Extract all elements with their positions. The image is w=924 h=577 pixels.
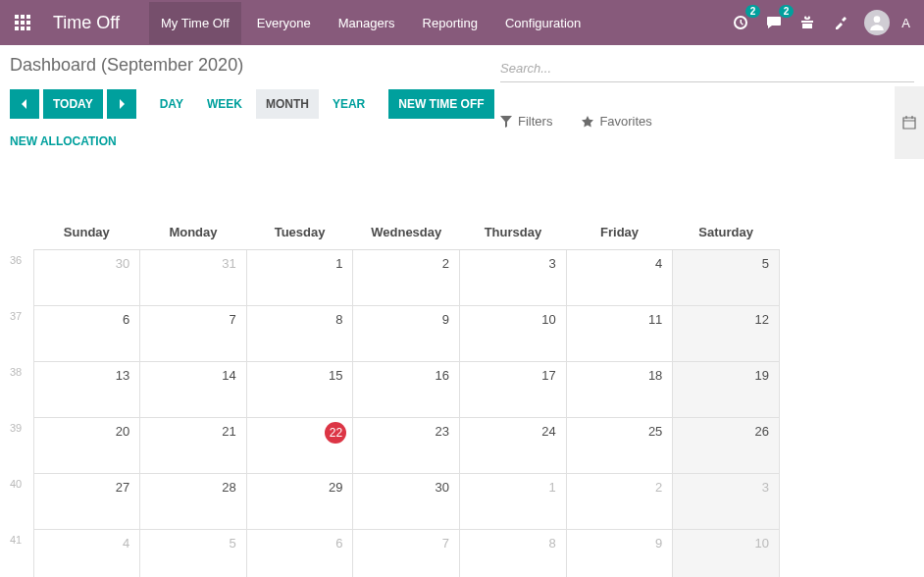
calendar-cell[interactable]: 8: [246, 306, 353, 362]
day-header: Wednesday: [353, 215, 460, 250]
calendar-cell[interactable]: 5: [673, 250, 780, 306]
nav-configuration[interactable]: Configuration: [493, 2, 592, 44]
user-avatar[interactable]: [864, 10, 890, 35]
calendar-cell[interactable]: 20: [33, 418, 140, 474]
calendar-cell[interactable]: 12: [673, 306, 780, 362]
filters-button[interactable]: Filters: [500, 114, 552, 129]
calendar-cell[interactable]: 30: [353, 474, 460, 530]
calendar-cell[interactable]: 17: [460, 362, 567, 418]
page-title: Dashboard (September 2020): [10, 55, 500, 76]
view-year[interactable]: YEAR: [323, 89, 375, 119]
next-button[interactable]: [107, 89, 136, 119]
calendar-cell[interactable]: 2: [566, 474, 673, 530]
search-input[interactable]: [500, 55, 914, 81]
calendar-cell[interactable]: 2222: [246, 418, 353, 474]
nav-everyone[interactable]: Everyone: [245, 2, 323, 44]
view-switcher[interactable]: [895, 86, 924, 159]
svg-rect-4: [21, 21, 25, 25]
day-number: 8: [335, 312, 342, 327]
calendar-cell[interactable]: 30: [33, 250, 140, 306]
day-number: 26: [755, 424, 769, 439]
new-allocation-button[interactable]: NEW ALLOCATION: [10, 127, 117, 156]
calendar-cell[interactable]: 2: [353, 250, 460, 306]
calendar-cell[interactable]: 6: [246, 530, 353, 578]
apps-menu-button[interactable]: [0, 0, 45, 45]
today-button[interactable]: TODAY: [43, 89, 103, 119]
day-number: 18: [648, 368, 662, 383]
day-number: 30: [116, 256, 129, 271]
nav-reporting[interactable]: Reporting: [411, 2, 489, 44]
calendar-cell[interactable]: 10: [673, 530, 780, 578]
calendar-cell[interactable]: 21: [140, 418, 247, 474]
day-number: 12: [755, 312, 769, 327]
day-number: 1: [335, 256, 342, 271]
svg-rect-5: [26, 21, 30, 25]
calendar-cell[interactable]: 7: [353, 530, 460, 578]
calendar-cell[interactable]: 13: [33, 362, 140, 418]
calendar-cell[interactable]: 24: [460, 418, 567, 474]
calendar-cell[interactable]: 31: [140, 250, 247, 306]
view-month[interactable]: MONTH: [256, 89, 319, 119]
favorites-button[interactable]: Favorites: [582, 114, 651, 129]
day-number: 13: [116, 368, 129, 383]
calendar-cell[interactable]: 8: [460, 530, 567, 578]
svg-rect-6: [15, 26, 19, 30]
day-number: 27: [116, 480, 129, 495]
activity-button[interactable]: 2: [731, 13, 750, 32]
calendar-cell[interactable]: 9: [566, 530, 673, 578]
control-bar: Dashboard (September 2020) TODAY DAY WEE…: [0, 45, 924, 156]
calendar-cell[interactable]: 25: [566, 418, 673, 474]
funnel-icon: [500, 116, 512, 128]
calendar-cell[interactable]: 14: [140, 362, 247, 418]
day-header: Saturday: [673, 215, 780, 250]
day-number: 28: [222, 480, 235, 495]
star-icon: [582, 116, 593, 128]
calendar-cell[interactable]: 4: [33, 530, 140, 578]
messages-badge: 2: [779, 5, 795, 18]
user-initial[interactable]: A: [901, 16, 910, 30]
svg-rect-1: [21, 15, 25, 19]
view-day[interactable]: DAY: [150, 89, 193, 119]
calendar-grid: SundayMondayTuesdayWednesdayThursdayFrid…: [10, 215, 780, 577]
calendar-cell[interactable]: 1: [460, 474, 567, 530]
calendar-cell[interactable]: 11: [566, 306, 673, 362]
calendar-cell[interactable]: 18: [566, 362, 673, 418]
day-number: 17: [541, 368, 555, 383]
calendar-cell[interactable]: 6: [33, 306, 140, 362]
calendar-cell[interactable]: 4: [566, 250, 673, 306]
calendar-cell[interactable]: 16: [353, 362, 460, 418]
calendar-cell[interactable]: 9: [353, 306, 460, 362]
calendar-cell[interactable]: 1: [246, 250, 353, 306]
calendar-cell[interactable]: 3: [673, 474, 780, 530]
calendar-cell[interactable]: 26: [673, 418, 780, 474]
nav-my-time-off[interactable]: My Time Off: [149, 2, 241, 44]
calendar-cell[interactable]: 27: [33, 474, 140, 530]
calendar-cell[interactable]: 3: [460, 250, 567, 306]
nav-right: 2 2 A: [731, 10, 916, 35]
day-number: 30: [436, 480, 449, 495]
apps-grid-icon: [15, 15, 30, 30]
day-number: 15: [329, 368, 342, 383]
calendar-cell[interactable]: 28: [140, 474, 247, 530]
prev-button[interactable]: [10, 89, 39, 119]
week-number: 40: [10, 474, 33, 530]
day-number: 19: [755, 368, 769, 383]
gift-button[interactable]: [797, 13, 817, 32]
calendar-cell[interactable]: 10: [460, 306, 567, 362]
tools-button[interactable]: [831, 13, 850, 32]
nav-managers[interactable]: Managers: [327, 2, 407, 44]
day-number: 3: [762, 480, 769, 495]
messages-button[interactable]: 2: [764, 13, 784, 32]
calendar-cell[interactable]: 7: [140, 306, 247, 362]
day-number: 11: [648, 312, 662, 327]
calendar-cell[interactable]: 23: [353, 418, 460, 474]
calendar-cell[interactable]: 15: [246, 362, 353, 418]
day-number: 20: [116, 424, 129, 439]
app-title[interactable]: Time Off: [53, 13, 120, 33]
calendar-cell[interactable]: 19: [673, 362, 780, 418]
view-week[interactable]: WEEK: [197, 89, 252, 119]
new-time-off-button[interactable]: NEW TIME OFF: [388, 89, 493, 119]
day-header: Friday: [566, 215, 673, 250]
calendar-cell[interactable]: 5: [140, 530, 247, 578]
calendar-cell[interactable]: 29: [246, 474, 353, 530]
